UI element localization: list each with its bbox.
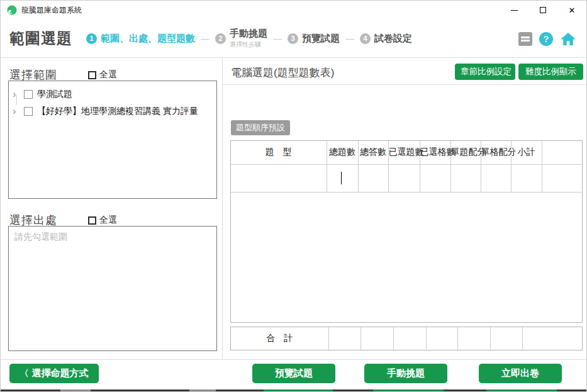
col-question-type: 題 型 <box>231 141 327 164</box>
close-button[interactable]: ✕ <box>557 1 586 20</box>
close-icon: ✕ <box>569 6 576 14</box>
total-cell <box>393 327 426 350</box>
tree-item-label: 學測試題 <box>37 89 72 100</box>
total-cell <box>328 327 361 350</box>
footer-divider <box>1 359 587 360</box>
source-select-all-checkbox[interactable] <box>88 216 96 225</box>
type-order-default-badge[interactable]: 題型順序預設 <box>231 120 290 135</box>
step-1-label: 範圍、出處、題型題數 <box>101 33 195 45</box>
cell-points-per-cell[interactable] <box>481 164 511 192</box>
minimize-button[interactable] <box>500 1 528 20</box>
chapter-ratio-button[interactable]: 章節比例設定 <box>455 64 515 80</box>
step-2-number: 2 <box>215 33 226 44</box>
step-3-preview[interactable]: 3 預覽試題 <box>288 33 340 45</box>
total-row: 合 計 <box>231 327 582 350</box>
cell-question-type[interactable] <box>231 164 327 192</box>
window-controls: ✕ <box>500 1 586 20</box>
source-select-all[interactable]: 全選 <box>88 215 117 226</box>
help-icon[interactable]: ? <box>539 32 553 46</box>
tree-item-label: 【好好學】地理學測總複習講義 實力評量 <box>37 106 198 117</box>
step-1-number: 1 <box>86 33 97 44</box>
chevron-left-icon: 〈 <box>20 368 29 379</box>
computer-pick-title: 電腦選題(題型題數表) <box>231 65 334 80</box>
col-selected-questions: 已選題數 <box>388 141 420 164</box>
col-points-per-question: 單題配分 <box>450 141 481 164</box>
difficulty-ratio-button[interactable]: 難度比例顯示 <box>518 64 583 80</box>
table-row <box>231 164 582 192</box>
step-3-label: 預覽試題 <box>302 33 340 45</box>
step-2-sublabel: 選擇性步驟 <box>230 40 267 49</box>
cell-extra <box>542 164 582 192</box>
panel-divider <box>222 58 223 359</box>
total-cell <box>490 327 522 350</box>
range-select-all-label: 全選 <box>99 69 117 81</box>
source-placeholder-text: 請先勾選範圍 <box>9 227 216 248</box>
window-title: 龍騰題庫命題系統 <box>21 5 82 16</box>
maximize-icon <box>540 7 546 13</box>
step-separator: — <box>273 33 282 43</box>
header-icons: ? <box>518 20 576 58</box>
tree-item-checkbox[interactable] <box>24 90 33 99</box>
range-tree-box: › 學測試題 › 【好好學】地理學測總複習講義 實力評量 <box>8 81 217 199</box>
wizard-header: 範圍選題 1 範圍、出處、題型題數 — 2 手動挑題 選擇性步驟 — 3 預覽試… <box>1 20 586 58</box>
col-points-per-cell: 單格配分 <box>481 141 511 164</box>
step-1-range[interactable]: 1 範圍、出處、題型題數 <box>86 33 195 45</box>
tree-item-geography[interactable]: › 【好好學】地理學測總複習講義 實力評量 <box>9 103 216 120</box>
col-selected-cells: 已選格數 <box>420 141 450 164</box>
save-icon[interactable] <box>518 32 532 46</box>
step-2-manual-pick[interactable]: 2 手動挑題 選擇性步驟 <box>215 28 267 49</box>
source-select-all-label: 全選 <box>99 215 117 226</box>
question-type-table: 題 型 總題數 總答數 已選題數 已選格數 單題配分 單格配分 小計 <box>230 140 583 323</box>
app-window: 龍騰題庫命題系統 ✕ 範圍選題 1 範圍、出處、題型題數 — 2 手動挑題 選擇… <box>0 0 587 392</box>
col-total-answers: 總答數 <box>358 141 388 164</box>
table-header-row: 題 型 總題數 總答數 已選題數 已選格數 單題配分 單格配分 小計 <box>231 141 582 164</box>
cell-selected-cells[interactable] <box>420 164 450 192</box>
tree-item-checkbox[interactable] <box>24 107 33 116</box>
cell-selected-questions[interactable] <box>388 164 420 192</box>
back-to-mode-button[interactable]: 〈 選擇命題方式 <box>9 364 99 383</box>
expand-chevron-icon[interactable]: › <box>13 106 21 116</box>
total-label-cell: 合 計 <box>231 327 328 350</box>
help-glyph: ? <box>544 34 549 44</box>
source-list-box: 請先勾選範圍 <box>8 226 217 351</box>
step-separator: — <box>201 33 210 43</box>
back-button-label: 選擇命題方式 <box>32 367 89 379</box>
step-3-number: 3 <box>288 33 298 44</box>
total-cell <box>361 327 393 350</box>
maximize-button[interactable] <box>528 1 557 20</box>
range-select-all-checkbox[interactable] <box>88 71 96 79</box>
home-icon[interactable] <box>560 31 576 47</box>
total-cell <box>457 327 490 350</box>
title-bar: 龍騰題庫命題系統 ✕ <box>1 1 586 20</box>
step-2-label: 手動挑題 <box>230 28 267 40</box>
cell-subtotal <box>511 164 542 192</box>
preview-questions-button[interactable]: 預覽試題 <box>252 364 335 383</box>
range-select-all[interactable]: 全選 <box>88 69 117 81</box>
range-tree: › 學測試題 › 【好好學】地理學測總複習講義 實力評量 <box>9 81 216 120</box>
step-indicator: 1 範圍、出處、題型題數 — 2 手動挑題 選擇性步驟 — 3 預覽試題 — 4… <box>86 28 412 49</box>
col-extra <box>542 141 582 164</box>
page-title: 範圍選題 <box>9 28 72 48</box>
text-caret <box>341 172 342 184</box>
tree-guide-line <box>16 95 17 104</box>
manual-pick-button[interactable]: 手動挑題 <box>364 364 447 383</box>
step-4-paper-settings[interactable]: 4 試卷設定 <box>360 33 412 45</box>
cell-total-answers[interactable] <box>358 164 388 192</box>
tree-item-exam[interactable]: › 學測試題 <box>9 86 216 103</box>
generate-paper-button[interactable]: 立即出卷 <box>479 364 562 383</box>
total-cell <box>522 327 582 350</box>
step-4-label: 試卷設定 <box>374 33 412 45</box>
cell-points-per-question[interactable] <box>450 164 481 192</box>
total-row-box: 合 計 <box>230 327 583 350</box>
app-logo-icon <box>7 5 17 15</box>
step-4-number: 4 <box>360 33 371 44</box>
step-separator: — <box>345 33 354 43</box>
col-total-questions: 總題數 <box>327 141 358 164</box>
cell-total-questions[interactable] <box>327 164 358 192</box>
right-panel-divider <box>223 84 587 85</box>
minimize-icon <box>511 10 518 11</box>
background-window-sliver <box>1 389 587 392</box>
total-cell <box>426 327 457 350</box>
